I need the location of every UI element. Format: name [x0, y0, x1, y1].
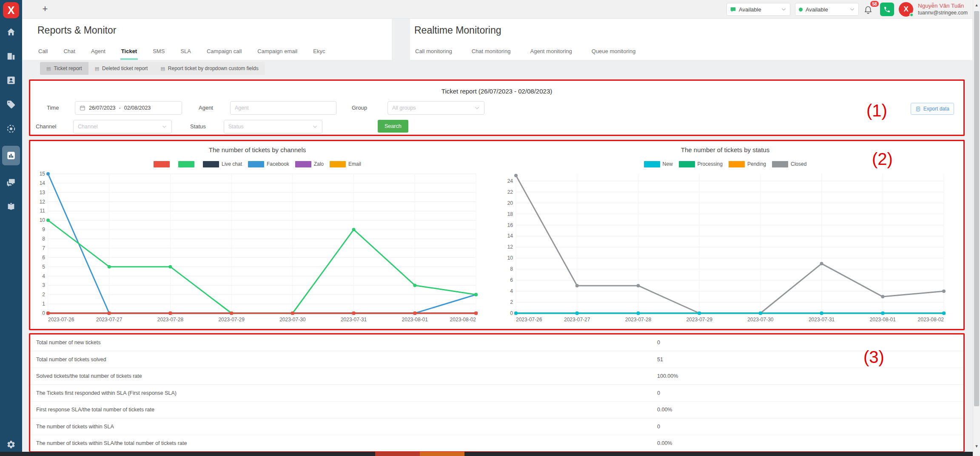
- chart-title: The number of tickets by channels: [32, 146, 483, 153]
- row-label: The number of tickets within SLA: [30, 424, 114, 430]
- legend-item-pending[interactable]: Pending: [729, 161, 766, 167]
- tab-chat-monitoring[interactable]: Chat monitoring: [471, 45, 512, 60]
- sidebar-item-home[interactable]: [2, 25, 20, 39]
- svg-text:2023-07-29: 2023-07-29: [686, 317, 712, 323]
- realtime-header: Realtime Monitoring Call monitoringChat …: [410, 19, 972, 60]
- sidebar-item-tags[interactable]: [2, 97, 20, 112]
- legend-swatch-icon: [772, 161, 788, 167]
- svg-text:2023-07-28: 2023-07-28: [157, 317, 184, 323]
- row-value: 51: [657, 357, 663, 363]
- agent-input[interactable]: [235, 105, 332, 111]
- chat-status-select[interactable]: Available: [795, 3, 859, 16]
- tab-campaign-email[interactable]: Campaign email: [256, 45, 298, 60]
- legend-item-new[interactable]: New: [644, 161, 673, 167]
- sidebar-item-chat[interactable]: [2, 175, 20, 190]
- svg-text:2023-07-28: 2023-07-28: [625, 317, 652, 323]
- row-label: The number of tickets within SLA/the tot…: [30, 440, 187, 446]
- svg-text:4: 4: [42, 273, 45, 279]
- app-logo[interactable]: X: [3, 2, 19, 18]
- sidebar-item-settings[interactable]: [0, 440, 22, 449]
- chevron-down-icon: [162, 125, 167, 129]
- notifications-button[interactable]: 58: [863, 3, 875, 16]
- svg-text:2023-07-27: 2023-07-27: [96, 317, 122, 323]
- sidebar-item-company[interactable]: [2, 49, 20, 63]
- scrollbar-thumb[interactable]: [974, 11, 979, 406]
- scroll-down-icon[interactable]: ▼: [973, 444, 980, 448]
- date-range-input[interactable]: 26/07/2023 - 02/08/2023: [75, 101, 182, 115]
- tab-chat[interactable]: Chat: [63, 45, 76, 60]
- annotation-3: (3): [863, 348, 884, 367]
- tab-call-monitoring[interactable]: Call monitoring: [414, 45, 453, 60]
- legend-item-email[interactable]: Email: [330, 161, 361, 167]
- vertical-scrollbar[interactable]: ▲ ▼: [973, 0, 980, 456]
- date-separator: -: [119, 105, 121, 111]
- tab-queue-monitoring[interactable]: Queue monitoring: [591, 45, 636, 60]
- svg-text:2: 2: [42, 292, 45, 297]
- list-icon: ▤: [95, 66, 99, 71]
- svg-text:2023-08-01: 2023-08-01: [870, 317, 896, 323]
- channel-placeholder: Channel: [78, 124, 98, 130]
- search-button[interactable]: Search: [378, 120, 408, 133]
- channel-select[interactable]: Channel: [73, 120, 172, 133]
- scroll-up-icon[interactable]: ▲: [973, 3, 980, 7]
- legend-item-live-chat[interactable]: Live chat: [203, 161, 242, 167]
- tab-sla[interactable]: SLA: [179, 45, 192, 60]
- sidebar-item-training[interactable]: [2, 199, 20, 214]
- presence-dot-icon: [799, 8, 803, 11]
- group-select[interactable]: All groups: [387, 101, 484, 115]
- chevron-down-icon: [781, 7, 786, 11]
- subtab-deleted-ticket-report[interactable]: ▤Deleted ticket report: [88, 62, 154, 75]
- row-label: First response SLA/the total number of t…: [30, 407, 154, 413]
- svg-text:18: 18: [507, 211, 513, 217]
- group-value: All groups: [392, 105, 416, 111]
- tab-sms[interactable]: SMS: [152, 45, 165, 60]
- tab-ticket[interactable]: Ticket: [120, 45, 138, 60]
- sidebar-item-campaign-target[interactable]: [2, 122, 20, 136]
- tab-call[interactable]: Call: [37, 45, 48, 60]
- tags-icon: [6, 100, 16, 109]
- row-value: 0: [657, 424, 660, 430]
- subtab-ticket-report[interactable]: ▤Ticket report: [40, 62, 88, 75]
- user-name[interactable]: Nguyễn Văn Tuấn: [918, 3, 968, 10]
- tab-agent[interactable]: Agent: [90, 45, 106, 60]
- report-title: Ticket report (26/07/2023 - 02/08/2023): [30, 88, 963, 95]
- tab-ekyc[interactable]: Ekyc: [312, 45, 326, 60]
- group-label: Group: [352, 101, 367, 115]
- export-data-button[interactable]: Export data: [911, 103, 954, 115]
- taskbar-strip: [0, 452, 980, 456]
- user-email: tuannv@stringee.com: [918, 10, 968, 16]
- legend-item-processing[interactable]: Processing: [679, 161, 723, 167]
- legend-item-zalo[interactable]: Zalo: [295, 161, 324, 167]
- report-subtabs: ▤Ticket report▤Deleted ticket report▤Rep…: [40, 62, 265, 75]
- legend-item-facebook[interactable]: Facebook: [248, 161, 289, 167]
- dialpad-button[interactable]: [880, 3, 894, 16]
- svg-text:10: 10: [507, 255, 513, 261]
- new-tab-button[interactable]: +: [39, 3, 51, 14]
- tab-campaign-call[interactable]: Campaign call: [206, 45, 242, 60]
- avatar[interactable]: X: [899, 2, 913, 17]
- svg-text:10: 10: [40, 217, 46, 223]
- svg-text:2023-07-31: 2023-07-31: [341, 317, 367, 323]
- legend-swatch-icon: [295, 161, 311, 167]
- legend-swatch-icon: [679, 161, 695, 167]
- realtime-title: Realtime Monitoring: [414, 25, 501, 36]
- annotation-1: (1): [866, 101, 887, 120]
- legend-swatch-icon: [644, 161, 660, 167]
- table-row: First response SLA/the total number of t…: [30, 402, 963, 418]
- legend-swatch-icon: [178, 161, 194, 167]
- charts-panel: The number of tickets by channelsLive ch…: [29, 140, 965, 330]
- legend-item-item[interactable]: [178, 161, 197, 167]
- svg-text:5: 5: [42, 264, 45, 270]
- sidebar-item-contacts[interactable]: [2, 73, 20, 88]
- call-status-select[interactable]: Available: [726, 3, 790, 16]
- sidebar-item-reports[interactable]: [2, 146, 20, 165]
- legend-item-item[interactable]: [154, 161, 172, 167]
- channel-label: Channel: [36, 120, 56, 133]
- filter-panel: Ticket report (26/07/2023 - 02/08/2023) …: [29, 79, 965, 136]
- table-row: The Tickets first responded within SLA (…: [30, 385, 963, 401]
- subtab-report-ticket-by-dropdown-custom-fields[interactable]: ▤Report ticket by dropdown custom fields: [154, 62, 265, 75]
- status-select[interactable]: Status: [224, 120, 322, 133]
- line-chart: 01234567891011121314152023-07-262023-07-…: [32, 170, 483, 324]
- legend-item-closed[interactable]: Closed: [772, 161, 806, 167]
- tab-agent-monitoring[interactable]: Agent monitoring: [529, 45, 573, 60]
